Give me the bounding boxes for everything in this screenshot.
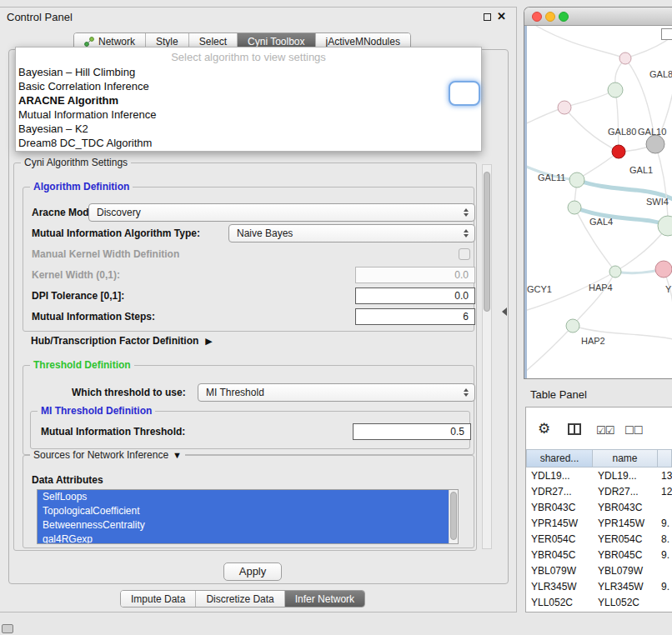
column-header[interactable]: shared... [526,449,593,468]
table-cell: YDR27... [593,486,658,498]
table-row[interactable]: YDR27...YDR27...12 [526,483,672,499]
table-cell: YBR043C [593,502,658,513]
network-node[interactable] [646,135,664,153]
kernel-width-label: Kernel Width (0,1): [32,269,120,281]
mi-threshold-definition-group: MI Threshold Definition Mutual Informati… [30,411,470,449]
table-row[interactable]: YBL079WYBL079W [526,562,672,578]
table-cell: YDL19... [526,470,593,482]
scrollbar-thumb[interactable] [450,492,457,540]
docked-panel-icon[interactable] [2,624,13,633]
table-row[interactable]: YBR043CYBR043C [526,499,672,515]
dpi-tolerance-field[interactable]: 0.0 [355,288,475,304]
popup-placeholder: Select algorithm to view settings [16,50,481,65]
network-frame-accent [524,26,527,379]
tab-impute-data[interactable]: Impute Data [121,591,195,607]
table-cell: YBL079W [593,565,658,577]
table-cell: YLR345W [526,581,593,592]
network-node[interactable] [558,101,571,114]
list-item[interactable]: gal4RGexp [38,532,458,544]
column-header[interactable] [658,449,672,468]
close-traffic-light-icon[interactable] [532,12,542,22]
sources-expander[interactable]: Sources for Network Inference ▼ [30,449,185,461]
network-node[interactable] [566,319,579,332]
algorithm-option[interactable]: Bayesian – Hill Climbing [16,65,481,79]
network-edge[interactable] [615,90,619,152]
scrollbar-thumb[interactable] [484,172,490,312]
which-threshold-label: Which threshold to use: [72,387,186,398]
table-cell: YBR045C [593,549,658,561]
table-row[interactable]: YLL052CYLL052C [526,594,672,610]
network-node[interactable] [569,172,584,188]
table-row[interactable]: YPR145WYPR145W9. [526,515,672,531]
network-edge[interactable] [574,208,668,226]
table-cell: YLL052C [593,597,658,608]
network-node[interactable] [608,82,623,98]
list-item[interactable]: TopologicalCoefficient [38,504,458,518]
apply-button[interactable]: Apply [223,562,282,581]
deselect-all-icon[interactable]: ☐☐ [624,424,642,437]
algorithm-option[interactable]: Basic Correlation Inference [16,79,481,93]
close-icon[interactable]: ✕ [497,10,506,22]
gear-icon[interactable]: ⚙ [538,420,550,438]
float-window-icon[interactable] [484,13,491,21]
node-label: GAL8 [649,69,672,79]
network-edge[interactable] [655,144,668,226]
tab-label: Style [156,36,178,48]
network-graph[interactable]: GAL8GAL80GAL10GAL11GAL1SWI4GAL4GCY1HAP4Y… [524,26,672,379]
data-attributes-list[interactable]: SelfLoopsTopologicalCoefficientBetweenne… [37,489,459,544]
algorithm-option[interactable]: Mutual Information Inference [16,108,481,122]
chevron-down-icon: ▼ [173,450,182,460]
algorithm-option[interactable]: Dream8 DC_TDC Algorithm [16,136,481,150]
table-cell: YBL079W [526,565,593,577]
list-item[interactable]: BetweennessCentrality [38,518,458,532]
manual-kernel-checkbox [459,248,470,260]
network-node[interactable] [609,266,621,278]
network-edge[interactable] [573,272,615,326]
tab-infer-network[interactable]: Infer Network [284,591,364,607]
mi-algorithm-type-select[interactable]: Naive Bayes [228,224,475,242]
algorithm-option[interactable]: Bayesian – K2 [16,122,481,136]
mi-threshold-field[interactable]: 0.5 [353,423,471,440]
algorithm-combobox-focus-ring[interactable] [449,81,480,106]
tab-discretize-data[interactable]: Discretize Data [195,591,283,607]
hub-definition-expander[interactable]: Hub/Transcription Factor Definition ▶ [31,335,213,347]
network-edge[interactable] [564,90,615,108]
algorithm-dropdown-popup: Select algorithm to view settings Bayesi… [15,47,482,152]
table-panel-window: ⚙ ☑☑ ☐☐ shared...name YDL19...YDL19...13… [525,407,672,612]
network-node[interactable] [658,216,672,236]
network-node[interactable] [619,52,631,64]
network-node[interactable] [568,201,581,214]
minimize-traffic-light-icon[interactable] [545,12,555,22]
table-row[interactable]: YDL19...YDL19...13 [526,468,672,483]
node-label: GAL80 [608,127,636,137]
table-cell: 12 [658,486,672,498]
mi-steps-field[interactable]: 6 [355,308,475,325]
combo-arrows-icon [464,388,469,397]
list-scrollbar[interactable] [449,490,458,543]
column-header[interactable]: name [593,449,658,468]
table-cell: YPR145W [593,518,658,529]
select-all-icon[interactable]: ☑☑ [596,424,614,437]
table-row[interactable]: YER054CYER054C8. [526,531,672,547]
table-row[interactable]: YLR345WYLR345W9. [526,578,672,594]
network-edge[interactable] [536,26,625,58]
network-node[interactable] [612,145,625,158]
splitter-collapse-icon[interactable] [502,308,507,316]
manual-kernel-width-label: Manual Kernel Width Definition [32,248,179,260]
column-browser-icon[interactable] [568,423,581,435]
list-item[interactable]: SelfLoops [38,490,458,504]
network-edge[interactable] [524,326,573,372]
settings-scrollbar[interactable] [482,164,492,549]
table-cell: YBR043C [526,502,593,513]
chevron-right-icon: ▶ [205,336,212,347]
network-window-titlebar[interactable] [524,8,672,26]
node-label: HAP2 [581,336,605,346]
network-node[interactable] [655,261,672,278]
network-canvas[interactable]: GAL8GAL80GAL10GAL11GAL1SWI4GAL4GCY1HAP4Y… [524,26,672,379]
birdseye-toggle[interactable] [661,28,672,40]
zoom-traffic-light-icon[interactable] [559,12,569,22]
which-threshold-select[interactable]: MI Threshold [198,383,475,402]
table-row[interactable]: YBR045CYBR045C9. [526,547,672,562]
algorithm-option[interactable]: ARACNE Algorithm [16,93,481,108]
aracne-mode-select[interactable]: Discovery [88,203,475,222]
